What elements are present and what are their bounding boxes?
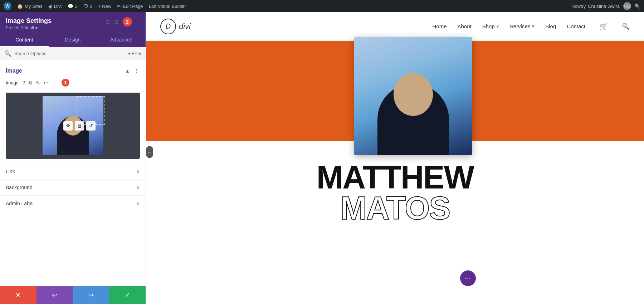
main-layout: Image Settings Preset: Default ▾ ⊟ ⊞ 2 ⋮… — [0, 12, 644, 304]
resize-handle[interactable]: ↔ — [146, 146, 153, 158]
undo-button[interactable]: ↩ — [36, 286, 73, 304]
menu-item-services[interactable]: Services ∨ — [510, 23, 535, 29]
section-controls: ▲ ⋮ — [124, 67, 140, 74]
search-nav-icon[interactable]: 🔍 — [622, 23, 630, 30]
site-logo[interactable]: D divi — [160, 19, 191, 34]
site-menu: Home About Shop ∨ Services ∨ Blog Contac… — [432, 23, 630, 30]
collapse-section-button[interactable]: ▲ — [124, 67, 131, 74]
hero-name-line1: MATTHEW — [316, 162, 473, 193]
redo-button[interactable]: ↪ — [73, 286, 109, 304]
more-icon[interactable]: ⋮ — [52, 80, 57, 85]
content-below-hero: MATTHEW MATOS ··· — [146, 141, 644, 304]
menu-item-shop[interactable]: Shop ∨ — [482, 23, 499, 29]
image-section-title: Image — [6, 68, 22, 74]
search-options-input[interactable] — [14, 51, 125, 56]
background-label: Background — [6, 185, 33, 190]
cancel-button[interactable]: ✕ — [0, 286, 36, 304]
site-nav: D divi Home About Shop ∨ Services ∨ Blog… — [146, 12, 644, 41]
minimize-icon[interactable]: ⊟ — [106, 19, 110, 25]
cursor-icon[interactable]: ↖ — [36, 80, 40, 85]
more-options-icon[interactable]: ⋮ — [136, 19, 141, 25]
help-icon[interactable]: ? — [22, 80, 25, 85]
badge-2: 2 — [123, 17, 132, 26]
sidebar-tabs: Content Design Advanced — [0, 33, 146, 47]
admin-bar: W 🏠 My Sites ◉ Divi 💬 3 🗨 0 + New ✏ Edit… — [0, 0, 644, 12]
services-dropdown-icon: ∨ — [532, 24, 535, 29]
admin-bar-chat[interactable]: 🗨 0 — [83, 4, 92, 9]
move-icon-button[interactable]: ✥ — [63, 121, 73, 131]
preview-person-image — [354, 37, 472, 155]
search-bar: 🔍 + Filter — [0, 47, 146, 60]
tab-content[interactable]: Content — [0, 33, 49, 47]
background-section-header[interactable]: Background ∨ — [0, 180, 146, 195]
bottom-action-bar: ✕ ↩ ↪ ✓ — [0, 286, 146, 304]
menu-item-about[interactable]: About — [457, 23, 471, 29]
hero-name-line2: MATOS — [340, 193, 450, 224]
menu-item-contact[interactable]: Contact — [567, 23, 585, 29]
link-label: Link — [6, 168, 15, 174]
purple-dot-button[interactable]: ··· — [460, 270, 476, 286]
admin-bar-new[interactable]: + New — [98, 4, 111, 9]
image-preview-area[interactable]: ✥ 🗑 ↺ — [6, 93, 140, 159]
smile-overlay — [399, 93, 428, 103]
logo-icon: D — [160, 19, 176, 34]
wp-icon[interactable]: W — [4, 2, 11, 10]
hero-section — [146, 41, 644, 141]
image-toolbar: Image ? ⧉ ↖ ↩ ⋮ 1 — [0, 77, 146, 88]
badge-1: 1 — [62, 79, 69, 87]
sidebar-header-icons: ⊟ ⊞ 2 ⋮ — [106, 17, 141, 26]
background-chevron-icon: ∨ — [136, 185, 140, 190]
tab-design[interactable]: Design — [49, 33, 97, 47]
image-overlay-icons: ✥ 🗑 ↺ — [63, 121, 96, 131]
shop-dropdown-icon: ∨ — [496, 24, 499, 29]
cart-icon[interactable]: 🛒 — [600, 23, 608, 30]
undo-icon[interactable]: ↩ — [44, 80, 48, 85]
admin-label-chevron-icon: ∨ — [136, 201, 140, 206]
admin-bar-comments[interactable]: 💬 3 — [68, 4, 78, 9]
delete-icon-button[interactable]: 🗑 — [75, 121, 84, 131]
image-toolbar-label: Image — [6, 80, 19, 85]
image-section-header: Image ▲ ⋮ — [0, 64, 146, 77]
tab-advanced[interactable]: Advanced — [97, 33, 146, 47]
admin-bar-user: Howdy, Christina Gwira CG 🔍 — [571, 2, 640, 10]
copy-icon[interactable]: ⧉ — [29, 80, 32, 86]
admin-label-text: Admin Label — [6, 201, 34, 206]
save-button[interactable]: ✓ — [109, 286, 146, 304]
link-section-header[interactable]: Link ∨ — [0, 163, 146, 179]
preview-area: D divi Home About Shop ∨ Services ∨ Blog… — [146, 12, 644, 304]
admin-bar-exit-builder[interactable]: Exit Visual Builder — [149, 4, 186, 9]
reset-icon-button[interactable]: ↺ — [86, 121, 96, 131]
background-section: Background ∨ — [0, 179, 146, 195]
layout-icon[interactable]: ⊞ — [114, 19, 118, 25]
logo-text: divi — [179, 22, 191, 31]
sidebar-content: Image ▲ ⋮ Image ? ⧉ ↖ ↩ ⋮ 1 — [0, 60, 146, 286]
admin-bar-divi[interactable]: ◉ Divi — [48, 4, 62, 9]
filter-button[interactable]: + Filter — [128, 51, 141, 56]
admin-label-section: Admin Label ∨ — [0, 195, 146, 211]
admin-search-icon[interactable]: 🔍 — [635, 4, 640, 9]
menu-item-home[interactable]: Home — [432, 23, 447, 29]
menu-item-blog[interactable]: Blog — [545, 23, 556, 29]
section-more-button[interactable]: ⋮ — [133, 67, 140, 74]
sidebar: Image Settings Preset: Default ▾ ⊟ ⊞ 2 ⋮… — [0, 12, 146, 304]
avatar[interactable]: CG — [623, 2, 631, 10]
admin-label-header[interactable]: Admin Label ∨ — [0, 196, 146, 211]
link-section: Link ∨ — [0, 163, 146, 179]
search-icon: 🔍 — [4, 50, 11, 57]
link-chevron-icon: ∨ — [136, 168, 140, 174]
sidebar-header: Image Settings Preset: Default ▾ ⊟ ⊞ 2 ⋮ — [0, 12, 146, 33]
admin-bar-mysites[interactable]: 🏠 My Sites — [17, 4, 43, 9]
admin-bar-edit-page[interactable]: ✏ Edit Page — [117, 4, 143, 9]
